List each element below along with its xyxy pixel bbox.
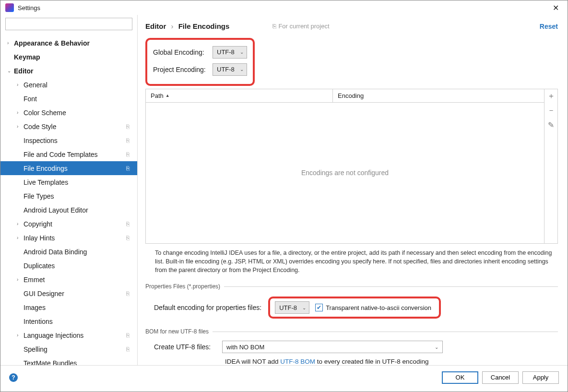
ok-button[interactable]: OK <box>442 371 478 384</box>
bom-dropdown[interactable]: with NO BOM ⌄ <box>222 341 443 353</box>
tree-item-label: Color Scheme <box>24 109 66 117</box>
tree-arrow-icon: › <box>17 333 24 338</box>
settings-tree: ›Appearance & BehaviorKeymap⌄Editor›Gene… <box>0 34 137 365</box>
project-scope-icon: ⎘ <box>126 346 130 353</box>
remove-icon[interactable]: － <box>544 104 558 118</box>
properties-section-label: Properties Files (*.properties) <box>145 283 558 290</box>
edit-icon[interactable]: ✎ <box>544 118 558 132</box>
transparent-ascii-label: Transparent native-to-ascii conversion <box>326 304 431 311</box>
properties-highlight-box: UTF-8 ⌄ ✔ Transparent native-to-ascii co… <box>268 297 441 319</box>
tree-item-duplicates[interactable]: Duplicates <box>0 259 137 273</box>
tree-item-intentions[interactable]: Intentions <box>0 314 137 328</box>
transparent-ascii-checkbox[interactable]: ✔ <box>315 304 323 311</box>
tree-item-emmet[interactable]: ›Emmet <box>0 273 137 286</box>
tree-item-file-encodings[interactable]: File Encodings⎘ <box>0 161 137 175</box>
tree-item-keymap[interactable]: Keymap <box>0 50 137 64</box>
tree-item-label: Inspections <box>24 137 58 144</box>
project-scope-icon: ⎘ <box>126 137 130 144</box>
tree-item-font[interactable]: Font <box>0 92 137 106</box>
sort-asc-icon: ▲ <box>166 93 170 98</box>
tree-arrow-icon: › <box>17 277 24 282</box>
tree-item-label: General <box>24 81 47 89</box>
copy-icon: ⎘ <box>272 23 276 30</box>
properties-encoding-dropdown[interactable]: UTF-8 ⌄ <box>275 301 309 314</box>
bom-section-label: BOM for new UTF-8 files <box>145 328 558 335</box>
tree-item-color-scheme[interactable]: ›Color Scheme <box>0 106 137 119</box>
tree-item-appearance-behavior[interactable]: ›Appearance & Behavior <box>0 36 137 50</box>
tree-item-live-templates[interactable]: Live Templates <box>0 175 137 189</box>
tree-item-android-layout-editor[interactable]: Android Layout Editor <box>0 203 137 217</box>
tree-item-label: Emmet <box>24 276 45 284</box>
tree-item-images[interactable]: Images <box>0 300 137 314</box>
tree-item-label: GUI Designer <box>24 290 64 297</box>
bom-label: Create UTF-8 files: <box>154 343 216 351</box>
project-scope-icon: ⎘ <box>126 123 130 130</box>
tree-item-label: File Types <box>24 192 54 200</box>
tree-item-code-style[interactable]: ›Code Style⎘ <box>0 119 137 133</box>
tree-item-label: File Encodings <box>24 165 68 172</box>
tree-item-language-injections[interactable]: ›Language Injections⎘ <box>0 328 137 342</box>
tree-item-file-types[interactable]: File Types <box>0 189 137 203</box>
project-encoding-dropdown[interactable]: UTF-8 ⌄ <box>213 63 247 76</box>
table-header-path[interactable]: Path ▲ <box>146 89 333 102</box>
global-encoding-dropdown[interactable]: UTF-8 ⌄ <box>213 46 247 59</box>
tree-item-label: Android Data Binding <box>24 248 87 256</box>
for-current-project-label: ⎘ For current project <box>272 23 329 30</box>
chevron-down-icon: ⌄ <box>240 67 244 72</box>
tree-arrow-icon: › <box>17 221 24 226</box>
help-text: To change encoding IntelliJ IDEA uses fo… <box>145 244 558 276</box>
table-toolbar: ＋ － ✎ <box>544 89 557 243</box>
chevron-down-icon: ⌄ <box>435 344 438 350</box>
properties-encoding-label: Default encoding for properties files: <box>154 304 261 311</box>
tree-item-inlay-hints[interactable]: ›Inlay Hints⎘ <box>0 231 137 245</box>
table-empty-message: Encodings are not configured <box>146 103 544 243</box>
tree-item-gui-designer[interactable]: GUI Designer⎘ <box>0 286 137 300</box>
tree-item-label: Live Templates <box>24 178 68 186</box>
tree-item-general[interactable]: ›General <box>0 78 137 92</box>
tree-item-label: Copyright <box>24 220 52 228</box>
tree-item-label: File and Code Templates <box>24 151 98 158</box>
help-icon[interactable]: ? <box>9 373 18 382</box>
content-panel: Editor › File Encodings ⎘ For current pr… <box>138 15 568 365</box>
tree-arrow-icon: › <box>17 82 24 87</box>
add-icon[interactable]: ＋ <box>544 89 558 104</box>
chevron-down-icon: ⌄ <box>240 49 244 55</box>
project-scope-icon: ⎘ <box>126 332 130 339</box>
tree-item-editor[interactable]: ⌄Editor <box>0 64 137 78</box>
window-title: Settings <box>18 4 40 12</box>
tree-item-label: Code Style <box>24 123 56 131</box>
search-input[interactable] <box>5 18 132 30</box>
tree-arrow-icon: ⌄ <box>7 68 14 73</box>
tree-item-inspections[interactable]: Inspections⎘ <box>0 133 137 147</box>
tree-item-android-data-binding[interactable]: Android Data Binding <box>0 245 137 259</box>
breadcrumb-parent: Editor <box>145 22 166 30</box>
project-scope-icon: ⎘ <box>126 165 130 172</box>
chevron-right-icon: › <box>171 22 174 30</box>
project-encoding-label: Project Encoding: <box>153 66 213 73</box>
close-icon[interactable]: ✕ <box>549 2 563 13</box>
tree-item-label: Inlay Hints <box>24 234 55 242</box>
tree-arrow-icon: › <box>7 40 14 46</box>
sidebar: 🔍 ›Appearance & BehaviorKeymap⌄Editor›Ge… <box>0 15 138 365</box>
tree-item-label: Duplicates <box>24 262 55 270</box>
tree-item-label: Editor <box>14 67 33 75</box>
cancel-button[interactable]: Cancel <box>482 371 519 384</box>
tree-arrow-icon: › <box>17 124 24 129</box>
utf8-bom-link[interactable]: UTF-8 BOM <box>280 358 315 365</box>
tree-item-textmate-bundles[interactable]: TextMate Bundles <box>0 356 137 365</box>
tree-arrow-icon: › <box>17 235 24 240</box>
tree-item-label: Language Injections <box>24 332 83 339</box>
reset-link[interactable]: Reset <box>540 23 558 30</box>
apply-button[interactable]: Apply <box>522 371 559 384</box>
table-header-encoding[interactable]: Encoding <box>333 92 368 99</box>
project-scope-icon: ⎘ <box>126 151 130 158</box>
breadcrumb: Editor › File Encodings <box>145 22 229 30</box>
tree-item-label: Keymap <box>14 53 40 61</box>
encoding-table: Path ▲ Encoding Encodings are not config… <box>145 89 558 244</box>
tree-item-file-and-code-templates[interactable]: File and Code Templates⎘ <box>0 147 137 161</box>
tree-item-spelling[interactable]: Spelling⎘ <box>0 342 137 356</box>
global-encoding-label: Global Encoding: <box>153 48 213 56</box>
tree-item-copyright[interactable]: ›Copyright⎘ <box>0 217 137 231</box>
project-scope-icon: ⎘ <box>126 221 130 227</box>
chevron-down-icon: ⌄ <box>302 305 306 310</box>
